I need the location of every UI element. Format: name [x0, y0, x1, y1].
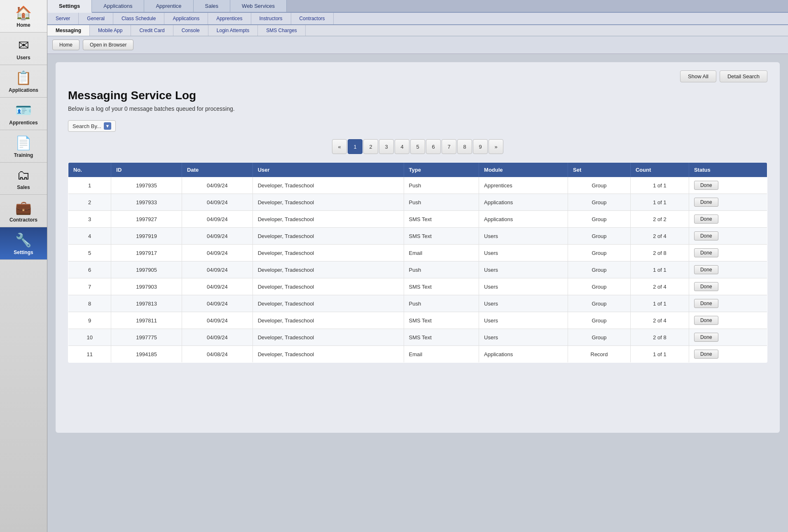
nav-tab3-login-attempts[interactable]: Login Attempts	[208, 25, 258, 36]
cell-id: 1997917	[111, 245, 182, 261]
pagination-prev[interactable]: «	[332, 139, 347, 154]
pagination-page-3[interactable]: 3	[379, 139, 394, 154]
status-done-button[interactable]: Done	[694, 231, 718, 240]
nav-tab1-web-services[interactable]: Web Services	[230, 0, 287, 12]
cell-module: Users	[479, 228, 568, 245]
cell-user: Developer, Tradeschool	[253, 177, 404, 194]
nav-tab3-credit-card[interactable]: Credit Card	[131, 25, 173, 36]
pagination-page-8[interactable]: 8	[457, 139, 472, 154]
cell-no: 10	[68, 329, 111, 346]
cell-date: 04/08/24	[182, 346, 253, 363]
pagination-page-1[interactable]: 1	[348, 139, 362, 154]
sidebar-item-home[interactable]: 🏠Home	[0, 0, 47, 33]
table-body: 1199793504/09/24Developer, TradeschoolPu…	[68, 177, 767, 363]
sidebar-item-label-apprentices: Apprentices	[9, 120, 37, 126]
pagination-page-2[interactable]: 2	[363, 139, 378, 154]
nav-tab3-sms-charges[interactable]: SMS Charges	[258, 25, 306, 36]
nav-tab3-console[interactable]: Console	[173, 25, 208, 36]
sidebar-item-contractors[interactable]: 💼Contractors	[0, 195, 47, 227]
cell-no: 4	[68, 228, 111, 245]
nav-tab3-mobile-app[interactable]: Mobile App	[90, 25, 131, 36]
status-done-button[interactable]: Done	[694, 333, 718, 342]
sidebar-item-settings[interactable]: 🔧Settings	[0, 227, 47, 260]
cell-count: 2 of 4	[630, 228, 689, 245]
sidebar-item-label-home: Home	[16, 22, 30, 28]
col-header-date: Date	[182, 163, 253, 177]
nav-tab2-class-schedule[interactable]: Class Schedule	[113, 13, 164, 24]
nav-tab1-settings[interactable]: Settings	[47, 0, 92, 13]
cell-type: SMS Text	[404, 211, 479, 228]
cell-count: 1 of 1	[630, 346, 689, 363]
status-done-button[interactable]: Done	[694, 350, 718, 359]
sidebar-item-applications[interactable]: 📋Applications	[0, 65, 47, 98]
pagination-page-7[interactable]: 7	[442, 139, 456, 154]
cell-type: SMS Text	[404, 329, 479, 346]
pagination-page-5[interactable]: 5	[410, 139, 425, 154]
pagination-page-6[interactable]: 6	[426, 139, 441, 154]
cell-no: 3	[68, 211, 111, 228]
status-done-button[interactable]: Done	[694, 248, 718, 257]
cell-set: Record	[568, 346, 631, 363]
cell-no: 8	[68, 295, 111, 312]
page-title: Messaging Service Log	[68, 89, 767, 102]
cell-status: Done	[689, 278, 767, 295]
nav-tab2-server[interactable]: Server	[47, 13, 79, 24]
cell-no: 9	[68, 312, 111, 329]
status-done-button[interactable]: Done	[694, 265, 718, 274]
nav-tab1-sales[interactable]: Sales	[194, 0, 231, 12]
status-done-button[interactable]: Done	[694, 299, 718, 308]
settings-icon: 🔧	[15, 232, 32, 248]
cell-status: Done	[689, 261, 767, 278]
search-by-select[interactable]: Search By... ▼	[68, 120, 116, 132]
sidebar-item-users[interactable]: ✉Users	[0, 33, 47, 65]
cell-date: 04/09/24	[182, 228, 253, 245]
nav-tab2-applications[interactable]: Applications	[164, 13, 208, 24]
cell-type: Push	[404, 177, 479, 194]
status-done-button[interactable]: Done	[694, 198, 718, 207]
cell-user: Developer, Tradeschool	[253, 295, 404, 312]
pagination-page-9[interactable]: 9	[473, 139, 488, 154]
nav-tab2-apprentices[interactable]: Apprentices	[208, 13, 251, 24]
nav-tab2-contractors[interactable]: Contractors	[291, 13, 334, 24]
search-by-label: Search By...	[72, 123, 101, 129]
sidebar-item-label-users: Users	[16, 55, 30, 61]
nav-tab2-general[interactable]: General	[79, 13, 113, 24]
table-row: 8199781304/09/24Developer, TradeschoolPu…	[68, 295, 767, 312]
cell-count: 2 of 4	[630, 312, 689, 329]
col-header-id: ID	[111, 163, 182, 177]
col-header-set: Set	[568, 163, 631, 177]
cell-module: Applications	[479, 211, 568, 228]
cell-count: 2 of 4	[630, 278, 689, 295]
nav-tab2-instructors[interactable]: Instructors	[251, 13, 291, 24]
sidebar-item-apprentices[interactable]: 🪪Apprentices	[0, 98, 47, 130]
cell-module: Users	[479, 329, 568, 346]
detail-search-button[interactable]: Detail Search	[720, 70, 767, 82]
cell-status: Done	[689, 312, 767, 329]
toolbar: Home Open in Browser	[47, 36, 788, 54]
status-done-button[interactable]: Done	[694, 181, 718, 190]
cell-set: Group	[568, 228, 631, 245]
nav-tab3-messaging[interactable]: Messaging	[47, 25, 90, 36]
sidebar-item-sales[interactable]: 🗂Sales	[0, 163, 47, 195]
status-done-button[interactable]: Done	[694, 316, 718, 325]
cell-type: SMS Text	[404, 312, 479, 329]
cell-set: Group	[568, 312, 631, 329]
nav-tab1-applications[interactable]: Applications	[92, 0, 144, 12]
sidebar-item-training[interactable]: 📄Training	[0, 130, 47, 163]
cell-user: Developer, Tradeschool	[253, 261, 404, 278]
open-browser-button[interactable]: Open in Browser	[83, 40, 133, 50]
cell-count: 1 of 1	[630, 177, 689, 194]
cell-id: 1994185	[111, 346, 182, 363]
nav-tab1-apprentice[interactable]: Apprentice	[144, 0, 193, 12]
cell-module: Users	[479, 245, 568, 261]
status-done-button[interactable]: Done	[694, 282, 718, 291]
status-done-button[interactable]: Done	[694, 215, 718, 224]
cell-user: Developer, Tradeschool	[253, 228, 404, 245]
cell-set: Group	[568, 295, 631, 312]
pagination-page-4[interactable]: 4	[395, 139, 409, 154]
cell-no: 7	[68, 278, 111, 295]
show-all-button[interactable]: Show All	[680, 70, 716, 82]
sidebar-item-label-sales: Sales	[17, 184, 30, 190]
pagination-next[interactable]: »	[489, 139, 503, 154]
home-button[interactable]: Home	[52, 40, 80, 50]
